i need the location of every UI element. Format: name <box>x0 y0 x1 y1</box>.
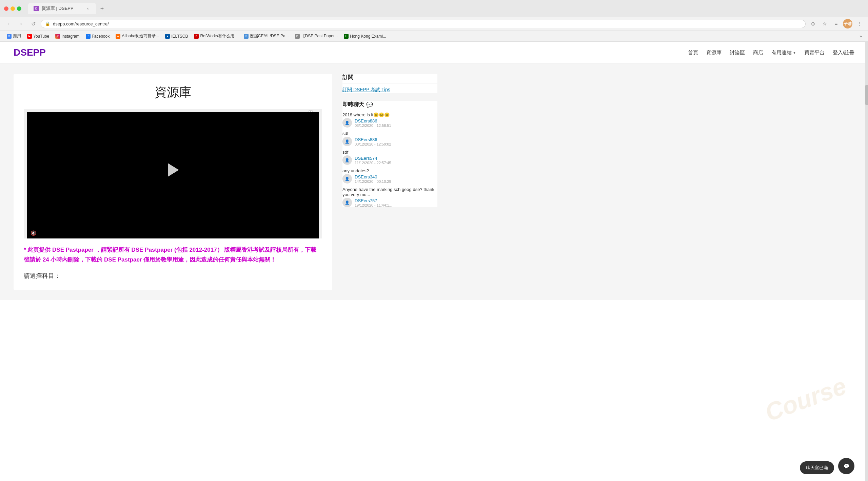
video-player[interactable] <box>27 112 319 228</box>
bookmark-facebook[interactable]: f Facebook <box>83 33 113 40</box>
chat-user-row: 👤 DSEers757 19/12/2020 - 11:44:1... <box>342 198 437 207</box>
chat-section: 即時聊天 💬 2018 where is it😑😑😑 👤 DSEers886 0… <box>342 101 437 207</box>
forward-button[interactable]: › <box>16 19 26 28</box>
mute-icon[interactable]: 🔇 <box>31 230 36 236</box>
main-layout: 資源庫 i × 🔇 * 此頁提供 DSE Pastpaper ，請緊記所有 DS… <box>0 64 868 300</box>
bookmark-youtube[interactable]: ▶ YouTube <box>24 33 52 40</box>
chat-user-row: 👤 DSEers340 14/12/2020 - 00:10:29 <box>342 174 437 184</box>
bookmark-label: 【DSE Past Paper... <box>301 33 338 39</box>
scrollbar-thumb[interactable] <box>865 85 868 105</box>
chat-status-icon: 💬 <box>366 101 373 108</box>
video-wrapper: 🔇 <box>24 109 322 238</box>
play-button-icon <box>164 161 181 178</box>
maximize-window-button[interactable] <box>17 6 21 11</box>
chat-widget-icon: 💬 <box>844 463 849 469</box>
subscribe-section: 訂閱 訂閱 DSEPP 考試 Tips <box>342 74 437 93</box>
chat-message-group: 2018 where is it😑😑😑 👤 DSEers886 03/12/20… <box>342 112 437 128</box>
bookmark-alibaba[interactable]: A Alibaba制造商目录... <box>113 32 162 40</box>
notice-text: * 此頁提供 DSE Pastpaper ，請緊記所有 DSE Pastpape… <box>24 245 322 265</box>
browser-tab-active[interactable]: D 資源庫 | DSEPP × <box>28 3 96 14</box>
subscribe-link[interactable]: 訂閱 DSEPP 考試 Tips <box>342 87 437 93</box>
chat-message-group: sdf 👤 DSEers574 11/12/2020 - 22:57:45 <box>342 150 437 165</box>
site-logo[interactable]: DSEPP <box>14 47 46 58</box>
chat-text: sdf <box>342 150 437 155</box>
hkea-icon: H <box>344 34 349 39</box>
nav-actions: ⊕ ☆ ≡ 子晴 ⋮ <box>808 19 864 28</box>
avatar: 👤 <box>342 198 352 207</box>
url-text: dsepp.com/resource_centre/ <box>53 21 109 26</box>
bookmark-ieltscb[interactable]: ● IELTSCB <box>162 33 191 40</box>
bookmarks-more-button[interactable]: » <box>857 33 864 40</box>
bookmark-refworks[interactable]: R RefWorks有什么用... <box>191 32 240 40</box>
chat-messages: 2018 where is it😑😑😑 👤 DSEers886 03/12/20… <box>342 112 437 207</box>
user-avatar[interactable]: 子晴 <box>843 19 852 28</box>
new-tab-button[interactable]: + <box>97 4 107 13</box>
chat-username[interactable]: DSEers757 <box>355 198 392 203</box>
nav-marketplace[interactable]: 買賣平台 <box>804 50 825 56</box>
chat-username[interactable]: DSEers886 <box>355 118 391 123</box>
chat-text: any undates? <box>342 168 437 173</box>
bookmark-button[interactable]: ☆ <box>820 19 829 28</box>
address-bar[interactable]: 🔒 dsepp.com/resource_centre/ <box>41 20 806 28</box>
chat-time: 03/12/2020 - 12:59:02 <box>355 142 391 146</box>
bookmark-instagram[interactable]: ◎ Instagram <box>53 33 82 40</box>
tab-title: 資源庫 | DSEPP <box>42 5 74 12</box>
nav-forum[interactable]: 討論區 <box>730 50 745 56</box>
avatar: 👤 <box>342 174 352 184</box>
chat-widget-label[interactable]: 聊天室已滿 <box>800 461 834 474</box>
dropdown-arrow-icon: ▼ <box>793 51 796 55</box>
close-window-button[interactable] <box>4 6 8 11</box>
chat-user-row: 👤 DSEers886 03/12/2020 - 12:58:51 <box>342 118 437 128</box>
apps-icon: ⊞ <box>7 34 12 39</box>
bookmark-dse-past[interactable]: D 【DSE Past Paper... <box>292 32 341 40</box>
subscribe-section-title: 訂閱 <box>342 74 437 83</box>
chat-widget-button[interactable]: 💬 <box>838 458 854 474</box>
content-area: 資源庫 i × 🔇 * 此頁提供 DSE Pastpaper ，請緊記所有 DS… <box>14 74 332 290</box>
nav-useful-links[interactable]: 有用連結 ▼ <box>771 50 796 56</box>
bookmark-label: YouTube <box>33 34 49 39</box>
chat-message-group: sdf 👤 DSEers886 03/12/2020 - 12:59:02 <box>342 131 437 146</box>
bookmark-label: Facebook <box>92 34 110 39</box>
refresh-button[interactable]: ↺ <box>28 19 38 28</box>
minimize-window-button[interactable] <box>11 6 15 11</box>
nav-login[interactable]: 登入/註冊 <box>833 50 854 56</box>
nav-resource[interactable]: 資源庫 <box>706 50 722 56</box>
site-header: DSEPP 首頁 資源庫 討論區 商店 有用連結 ▼ 買賣平台 登入/註冊 <box>0 42 868 64</box>
bookmark-label: Instagram <box>61 34 79 39</box>
tab-favicon: D <box>34 6 39 11</box>
facebook-icon: f <box>86 34 91 39</box>
avatar: 👤 <box>342 137 352 146</box>
alibaba-icon: A <box>116 34 120 39</box>
bookmark-label: 應用 <box>13 33 21 39</box>
nav-shop[interactable]: 商店 <box>753 50 763 56</box>
chat-username[interactable]: DSEers886 <box>355 137 391 142</box>
chat-user-row: 👤 DSEers574 11/12/2020 - 22:57:45 <box>342 155 437 165</box>
youtube-icon: ▶ <box>27 34 32 39</box>
chat-username[interactable]: DSEers340 <box>355 174 391 179</box>
bookmark-label: Hong Kong Exami... <box>350 34 386 39</box>
translate-button[interactable]: ⊕ <box>808 19 818 28</box>
chat-section-title: 即時聊天 💬 <box>342 101 437 108</box>
bookmark-apps[interactable]: ⊞ 應用 <box>4 32 24 40</box>
page-title: 資源庫 <box>24 84 322 101</box>
chat-username[interactable]: DSEers574 <box>355 156 391 161</box>
sidebar: 訂閱 訂閱 DSEPP 考試 Tips 即時聊天 💬 2018 where is… <box>342 74 437 290</box>
chat-message-group: any undates? 👤 DSEers340 14/12/2020 - 00… <box>342 168 437 184</box>
scrollbar[interactable] <box>865 41 868 481</box>
bookmarks-bar: ⊞ 應用 ▶ YouTube ◎ Instagram f Facebook A … <box>0 31 868 42</box>
back-button[interactable]: ‹ <box>4 19 14 28</box>
browser-menu-button[interactable]: ⋮ <box>854 19 864 28</box>
avatar: 👤 <box>342 155 352 165</box>
nav-home[interactable]: 首頁 <box>688 50 698 56</box>
dse-history-icon: 历 <box>244 34 249 39</box>
chat-time: 19/12/2020 - 11:44:1... <box>355 203 392 207</box>
chat-meta: DSEers340 14/12/2020 - 00:10:29 <box>355 174 391 184</box>
avatar: 👤 <box>342 118 352 128</box>
tab-close-button[interactable]: × <box>85 6 91 11</box>
ieltscb-icon: ● <box>165 34 170 39</box>
tab-list-button[interactable]: ≡ <box>831 19 841 28</box>
traffic-lights <box>4 6 21 11</box>
bookmark-dse-history[interactable]: 历 歷屆CE/AL/DSE Pa... <box>241 32 292 40</box>
bookmark-hkea[interactable]: H Hong Kong Exami... <box>341 33 389 40</box>
advertisement-container: i × 🔇 <box>24 109 322 238</box>
